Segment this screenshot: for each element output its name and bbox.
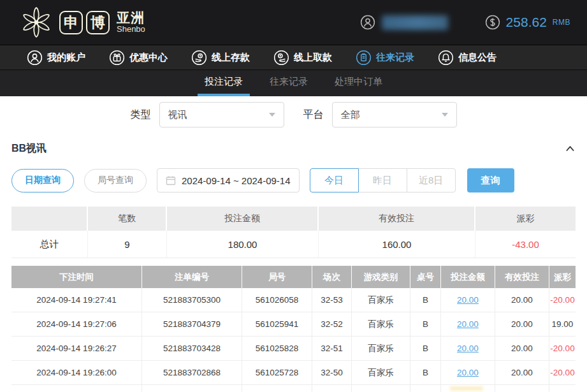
summary-valid-bet: 160.00 <box>319 231 475 258</box>
nav-item-transaction-records[interactable]: 往来记录 <box>356 50 414 66</box>
main-nav: 我的账户 优惠中心 线上存款 <box>0 45 587 70</box>
flower-logo-icon <box>19 5 54 40</box>
col-header-bet: 投注金额 <box>441 266 495 288</box>
summary-count: 9 <box>88 231 167 258</box>
page: 申 博 亚洲 Shenbo <box>0 0 587 392</box>
nav-label: 我的账户 <box>47 52 85 64</box>
type-filter-label: 类型 <box>131 108 151 122</box>
account-icon <box>360 15 375 30</box>
chevron-down-icon <box>269 113 275 117</box>
nav-label: 往来记录 <box>376 52 414 64</box>
nav-item-deposit[interactable]: 线上存款 <box>191 50 250 66</box>
cell-round: 561025828 <box>242 337 312 360</box>
table-header-row: 下注时间 注单编号 局号 场次 游戏类别 桌号 投注金额 有效投注 派彩 <box>11 266 576 288</box>
top-bar: 申 博 亚洲 Shenbo <box>0 0 587 45</box>
cell-order: 521883702868 <box>142 361 242 384</box>
table-row: 2024-09-14 19:26:00 521883702868 5610257… <box>11 361 576 385</box>
logo-region: 亚洲 <box>117 11 145 25</box>
user-icon <box>27 50 43 66</box>
cell-time: 2024-09-14 19:27:06 <box>11 312 142 336</box>
cell-round: 561025941 <box>242 312 312 336</box>
summary-payout: -43.00 <box>475 231 576 258</box>
col-header-game: 游戏类别 <box>352 266 410 288</box>
summary-header-count: 笔数 <box>88 207 167 231</box>
nav-item-announcements[interactable]: 信息公告 <box>438 50 496 66</box>
cell-payout: 19.00 <box>549 312 576 336</box>
nav-label: 线上取款 <box>294 52 332 64</box>
partial-bet-highlight <box>450 386 483 391</box>
summary-header-valid-bet: 有效投注 <box>319 207 475 231</box>
summary-table: 笔数 投注金额 有效投注 派彩 总计 9 180.00 160.00 -43.0… <box>11 207 576 258</box>
table-row: 2024-09-14 19:27:06 521883704379 5610259… <box>11 312 576 337</box>
section-header: BB视讯 <box>11 142 576 156</box>
bell-icon <box>438 50 454 66</box>
bet-amount-link[interactable]: 20.00 <box>457 295 479 305</box>
nav-item-my-account[interactable]: 我的账户 <box>27 50 85 66</box>
partial-table-row <box>11 385 576 392</box>
cell-game: 百家乐 <box>352 288 410 312</box>
nav-item-promotions[interactable]: 优惠中心 <box>109 50 168 66</box>
summary-total-row: 总计 9 180.00 160.00 -43.00 <box>11 231 576 258</box>
cell-game: 百家乐 <box>352 361 410 384</box>
summary-bet-amount: 180.00 <box>167 231 319 258</box>
table-row: 2024-09-14 19:27:41 521883705300 5610260… <box>11 288 576 312</box>
cell-table-no: B <box>410 361 441 384</box>
cell-time: 2024-09-14 19:26:27 <box>11 337 142 360</box>
cell-table-no: B <box>410 288 441 312</box>
cell-payout: -20.00 <box>549 361 576 384</box>
type-select[interactable]: 视讯 <box>159 102 284 127</box>
content: 类型 视讯 平台 全部 BB视讯 日期查询 局号查询 <box>0 102 587 392</box>
calendar-icon <box>166 175 176 185</box>
platform-filter-label: 平台 <box>303 108 324 122</box>
bet-amount-link[interactable]: 20.00 <box>457 319 479 329</box>
section-title: BB视讯 <box>11 142 47 156</box>
cell-valid: 20.00 <box>495 288 549 312</box>
cell-round: 561025728 <box>242 361 312 384</box>
chevron-up-icon[interactable] <box>565 143 576 154</box>
logo-char-left: 申 <box>59 11 83 34</box>
logo-characters: 申 博 <box>59 11 110 34</box>
bet-amount-link[interactable]: 20.00 <box>457 368 479 377</box>
col-header-session: 场次 <box>312 266 352 288</box>
cell-round: 561026058 <box>242 288 312 312</box>
summary-header-payout: 派彩 <box>475 207 576 231</box>
nav-label: 优惠中心 <box>129 52 168 64</box>
brand-logo[interactable]: 申 博 亚洲 Shenbo <box>19 5 145 40</box>
cell-session: 32-53 <box>312 288 352 312</box>
filter-row: 类型 视讯 平台 全部 <box>11 102 576 127</box>
logo-subtitle: Shenbo <box>117 25 145 34</box>
summary-header-blank <box>11 207 88 231</box>
cell-valid: 20.00 <box>495 312 549 336</box>
cell-time: 2024-09-14 19:27:41 <box>11 288 142 312</box>
balance-amount: 258.62 <box>506 15 547 30</box>
yesterday-button[interactable]: 昨日 <box>358 168 407 192</box>
date-range-input[interactable]: 2024-09-14 ~ 2024-09-14 <box>157 168 300 192</box>
cell-payout: -20.00 <box>549 337 576 360</box>
balance[interactable]: 258.62 RMB <box>485 15 570 30</box>
bet-amount-link[interactable]: 20.00 <box>457 344 479 353</box>
col-header-table-no: 桌号 <box>410 266 441 288</box>
summary-header-row: 笔数 投注金额 有效投注 派彩 <box>11 207 576 231</box>
platform-select[interactable]: 全部 <box>332 102 457 127</box>
tab-transaction-records[interactable]: 往来记录 <box>263 70 315 96</box>
nav-item-withdraw[interactable]: 线上取款 <box>273 50 332 66</box>
bet-records-table: 下注时间 注单编号 局号 场次 游戏类别 桌号 投注金额 有效投注 派彩 202… <box>11 266 576 392</box>
today-button[interactable]: 今日 <box>310 168 359 192</box>
tab-bet-records[interactable]: 投注记录 <box>198 70 250 96</box>
cell-game: 百家乐 <box>352 312 410 336</box>
query-row: 日期查询 局号查询 2024-09-14 ~ 2024-09-14 今日 昨日 … <box>11 168 576 192</box>
dollar-icon <box>485 15 500 30</box>
search-button[interactable]: 查询 <box>467 168 514 192</box>
tab-pending-orders[interactable]: 处理中订单 <box>328 70 389 96</box>
date-query-button[interactable]: 日期查询 <box>11 169 74 192</box>
last-8-days-button[interactable]: 近8日 <box>407 168 456 192</box>
nav-label: 信息公告 <box>458 52 496 64</box>
round-query-button[interactable]: 局号查询 <box>84 169 147 192</box>
cell-table-no: B <box>410 312 441 336</box>
col-header-round: 局号 <box>242 266 312 288</box>
col-header-time: 下注时间 <box>11 266 142 288</box>
account-info[interactable] <box>360 15 448 30</box>
cell-valid: 20.00 <box>495 361 549 384</box>
balance-currency: RMB <box>553 18 570 27</box>
cell-payout: -20.00 <box>549 288 576 312</box>
